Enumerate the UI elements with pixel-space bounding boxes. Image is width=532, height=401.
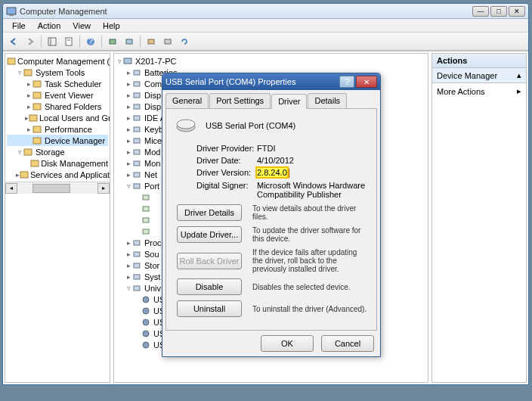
tab-port-settings[interactable]: Port Settings <box>209 93 271 108</box>
cancel-button[interactable]: Cancel <box>321 335 374 352</box>
chevron-right-icon: ▸ <box>517 86 521 96</box>
legacy-button[interactable] <box>160 35 175 48</box>
tree-root[interactable]: ▿X201-7-PC <box>116 55 426 67</box>
forward-button[interactable] <box>23 35 38 48</box>
titlebar[interactable]: Computer Management — □ ✕ <box>3 4 528 19</box>
ok-button[interactable]: OK <box>261 335 314 352</box>
svg-rect-39 <box>134 241 140 245</box>
dialog-titlebar[interactable]: USB Serial Port (COM4) Properties ? ✕ <box>162 73 380 90</box>
svg-rect-13 <box>24 70 32 76</box>
toolbar: ? <box>3 33 528 51</box>
device-icon <box>174 117 198 135</box>
uninstall-button[interactable]: Uninstall <box>177 300 242 317</box>
tab-body-driver: USB Serial Port (COM4) Driver Provider: … <box>165 108 377 331</box>
tree-item[interactable]: Computer Management (Local <box>7 55 108 67</box>
collapse-icon[interactable]: ▴ <box>517 70 521 80</box>
tab-general[interactable]: General <box>165 93 209 108</box>
refresh-button[interactable] <box>177 35 192 48</box>
tree-item[interactable]: ▸Shared Folders <box>7 101 108 112</box>
svg-rect-15 <box>33 92 41 98</box>
tree-item[interactable]: ▸Local Users and Groups <box>7 112 108 123</box>
update-driver-button[interactable] <box>122 35 137 48</box>
provider-value: FTDI <box>257 144 369 153</box>
uninstall-desc: To uninstall the driver (Advanced). <box>252 305 369 313</box>
svg-rect-35 <box>143 195 149 200</box>
rollback-driver-desc: If the device fails after updating the d… <box>252 248 369 273</box>
svg-rect-0 <box>7 8 16 14</box>
more-actions-item[interactable]: More Actions ▸ <box>432 83 526 99</box>
disable-desc: Disables the selected device. <box>252 283 369 291</box>
svg-rect-27 <box>134 104 140 109</box>
tree-item[interactable]: ▿System Tools <box>7 67 108 78</box>
properties-button[interactable] <box>61 35 76 48</box>
svg-rect-33 <box>134 173 140 177</box>
dialog-help-button[interactable]: ? <box>339 76 354 88</box>
svg-rect-23 <box>124 58 131 64</box>
help-button[interactable]: ? <box>83 35 98 48</box>
disable-button[interactable]: Disable <box>177 278 242 295</box>
svg-point-46 <box>143 319 149 325</box>
maximize-button[interactable]: □ <box>490 6 507 17</box>
svg-rect-4 <box>66 38 72 45</box>
svg-rect-30 <box>134 138 140 143</box>
svg-rect-18 <box>33 126 41 132</box>
svg-rect-16 <box>33 104 41 110</box>
tree-item[interactable]: ▸Performance <box>7 123 108 135</box>
dialog-close-button[interactable]: ✕ <box>356 76 377 88</box>
actions-header: Actions <box>432 54 526 68</box>
close-button[interactable]: ✕ <box>509 6 525 17</box>
properties-dialog: USB Serial Port (COM4) Properties ? ✕ Ge… <box>162 73 381 357</box>
actions-subheader[interactable]: Device Manager ▴ <box>432 68 526 83</box>
scan-button[interactable] <box>105 35 120 48</box>
svg-rect-2 <box>48 38 56 45</box>
menu-view[interactable]: View <box>66 21 97 30</box>
svg-rect-12 <box>8 58 15 64</box>
menu-help[interactable]: Help <box>97 21 126 30</box>
svg-rect-29 <box>134 127 140 132</box>
update-driver-button[interactable]: Update Driver... <box>177 226 242 243</box>
device-name: USB Serial Port (COM4) <box>206 121 295 130</box>
back-button[interactable] <box>6 35 21 48</box>
uninstall-button[interactable] <box>144 35 159 48</box>
svg-point-48 <box>143 342 149 348</box>
svg-rect-42 <box>134 275 140 279</box>
provider-label: Driver Provider: <box>196 144 257 153</box>
text-cursor <box>289 169 289 178</box>
minimize-button[interactable]: — <box>472 6 489 17</box>
svg-point-47 <box>143 331 149 337</box>
svg-rect-41 <box>134 263 140 268</box>
tab-driver[interactable]: Driver <box>271 94 307 109</box>
svg-rect-22 <box>20 172 28 178</box>
svg-rect-32 <box>134 161 140 166</box>
tree-item[interactable]: Disk Management <box>7 157 108 169</box>
svg-rect-37 <box>143 218 149 222</box>
svg-rect-36 <box>143 207 149 211</box>
tree-item[interactable]: ▸Services and Applications <box>7 169 108 180</box>
menu-file[interactable]: File <box>6 21 32 30</box>
svg-rect-24 <box>134 70 140 75</box>
dialog-title: USB Serial Port (COM4) Properties <box>165 77 339 86</box>
window-title: Computer Management <box>20 7 472 16</box>
svg-rect-31 <box>134 150 140 154</box>
svg-rect-25 <box>134 82 140 86</box>
signer-label: Digital Signer: <box>196 181 257 199</box>
version-value: 2.8.24.0 <box>257 168 369 178</box>
tree-item[interactable]: ▿Storage <box>7 146 108 157</box>
svg-rect-21 <box>31 160 39 166</box>
tab-details[interactable]: Details <box>308 93 347 108</box>
svg-rect-9 <box>126 39 132 44</box>
tree-item[interactable]: ▸Event Viewer <box>7 89 108 101</box>
tree-item[interactable]: ▸Task Scheduler <box>7 78 108 89</box>
rollback-driver-button: Roll Back Driver <box>177 253 242 269</box>
svg-text:?: ? <box>88 37 93 45</box>
svg-rect-40 <box>134 252 140 256</box>
svg-point-50 <box>177 120 195 129</box>
svg-rect-38 <box>143 229 149 234</box>
svg-point-44 <box>143 297 149 303</box>
show-hide-button[interactable] <box>45 35 60 48</box>
tree-item[interactable]: Device Manager <box>7 135 108 146</box>
app-icon <box>6 6 17 17</box>
driver-details-button[interactable]: Driver Details <box>177 204 242 221</box>
menu-action[interactable]: Action <box>32 21 67 30</box>
left-scrollbar[interactable]: ◂▸ <box>5 182 110 194</box>
